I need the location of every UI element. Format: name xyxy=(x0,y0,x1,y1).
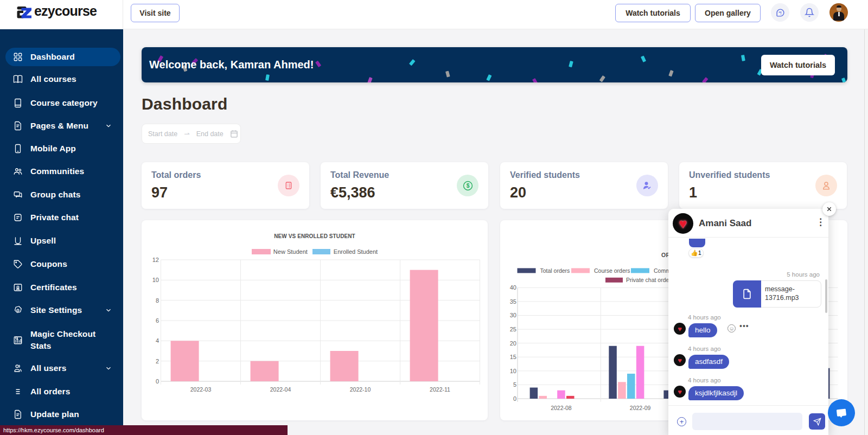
svg-text:2022-09: 2022-09 xyxy=(630,405,651,411)
svg-text:2022-04: 2022-04 xyxy=(270,386,291,393)
svg-text:Private chat orders: Private chat orders xyxy=(626,277,674,283)
svg-text:Total orders: Total orders xyxy=(540,267,570,274)
svg-text:20: 20 xyxy=(510,340,516,347)
svg-text:2: 2 xyxy=(156,358,159,364)
svg-text:0: 0 xyxy=(156,378,159,385)
svg-text:2022-03: 2022-03 xyxy=(190,386,212,393)
svg-text:8: 8 xyxy=(156,297,159,304)
svg-text:12: 12 xyxy=(152,257,159,263)
svg-text:2022-11: 2022-11 xyxy=(430,386,450,393)
svg-text:40: 40 xyxy=(510,284,516,291)
svg-text:25: 25 xyxy=(510,326,516,332)
svg-text:5: 5 xyxy=(513,381,516,388)
svg-text:15: 15 xyxy=(510,354,516,360)
svg-text:10: 10 xyxy=(510,368,516,374)
svg-text:$: $ xyxy=(466,183,469,189)
svg-text:35: 35 xyxy=(510,298,516,305)
svg-text:6: 6 xyxy=(156,317,159,324)
svg-text:2022-10: 2022-10 xyxy=(350,386,371,393)
svg-text:10: 10 xyxy=(152,277,159,283)
svg-text:4: 4 xyxy=(156,337,159,344)
svg-text:Course orders: Course orders xyxy=(594,267,630,274)
svg-text:30: 30 xyxy=(510,312,516,318)
svg-text:0: 0 xyxy=(513,395,516,402)
svg-text:2022-08: 2022-08 xyxy=(551,405,572,411)
